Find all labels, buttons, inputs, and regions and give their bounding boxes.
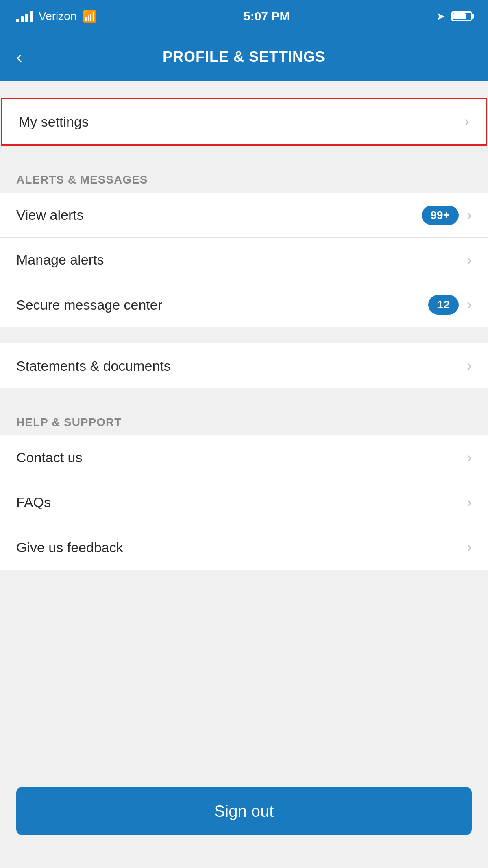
contact-us-label: Contact us: [16, 450, 83, 466]
back-button[interactable]: ‹: [16, 47, 22, 67]
give-feedback-label: Give us feedback: [16, 540, 123, 555]
view-alerts-chevron-icon: ›: [467, 207, 472, 224]
sign-out-button[interactable]: Sign out: [16, 787, 472, 835]
top-spacer: [0, 81, 488, 98]
faqs-item[interactable]: FAQs ›: [0, 480, 488, 525]
manage-alerts-chevron-icon: ›: [467, 251, 472, 269]
manage-alerts-right: ›: [467, 251, 472, 269]
secure-message-chevron-icon: ›: [467, 296, 472, 313]
secure-message-center-item[interactable]: Secure message center 12 ›: [0, 282, 488, 327]
view-alerts-item[interactable]: View alerts 99+ ›: [0, 193, 488, 238]
my-settings-label: My settings: [19, 114, 89, 130]
statements-documents-item[interactable]: Statements & documents ›: [0, 343, 488, 388]
status-time: 5:07 PM: [244, 9, 290, 23]
contact-us-chevron-icon: ›: [467, 449, 472, 466]
faqs-chevron-icon: ›: [467, 494, 472, 511]
page-title: PROFILE & SETTINGS: [163, 48, 325, 66]
give-feedback-chevron-icon: ›: [467, 539, 472, 556]
statements-right: ›: [467, 357, 472, 374]
alerts-messages-section: View alerts 99+ › Manage alerts › Secure…: [0, 193, 488, 327]
secure-message-center-right: 12 ›: [428, 295, 472, 315]
nav-header: ‹ PROFILE & SETTINGS: [0, 33, 488, 81]
location-icon: ➤: [436, 10, 445, 23]
sign-out-container: Sign out: [0, 762, 488, 868]
secure-message-center-label: Secure message center: [16, 297, 162, 313]
help-support-section: Contact us › FAQs › Give us feedback ›: [0, 435, 488, 570]
my-settings-right: ›: [464, 113, 469, 130]
contact-us-right: ›: [467, 449, 472, 466]
signal-bars-icon: [16, 11, 33, 22]
spacer-1: [0, 146, 488, 162]
my-settings-section: My settings ›: [1, 98, 487, 146]
my-settings-chevron-icon: ›: [464, 113, 469, 130]
wifi-icon: 📶: [83, 10, 97, 23]
secure-message-badge: 12: [428, 295, 459, 315]
back-chevron-icon: ‹: [16, 47, 22, 67]
carrier-label: Verizon: [39, 10, 76, 23]
status-bar: Verizon 📶 5:07 PM ➤: [0, 0, 488, 33]
status-bar-right: ➤: [436, 10, 472, 23]
give-feedback-right: ›: [467, 539, 472, 556]
faqs-label: FAQs: [16, 494, 51, 510]
spacer-2: [0, 327, 488, 343]
view-alerts-label: View alerts: [16, 207, 84, 223]
battery-icon: [451, 11, 472, 21]
give-feedback-item[interactable]: Give us feedback ›: [0, 525, 488, 570]
view-alerts-right: 99+ ›: [422, 206, 472, 225]
manage-alerts-item[interactable]: Manage alerts ›: [0, 238, 488, 282]
view-alerts-badge: 99+: [422, 206, 459, 225]
spacer-3: [0, 388, 488, 404]
statements-section: Statements & documents ›: [0, 343, 488, 388]
help-support-header: HELP & SUPPORT: [0, 404, 488, 435]
status-bar-left: Verizon 📶: [16, 10, 97, 23]
my-settings-item[interactable]: My settings ›: [2, 99, 486, 144]
faqs-right: ›: [467, 494, 472, 511]
statements-chevron-icon: ›: [467, 357, 472, 374]
statements-documents-label: Statements & documents: [16, 358, 171, 374]
manage-alerts-label: Manage alerts: [16, 252, 104, 268]
content-area: My settings › ALERTS & MESSAGES View ale…: [0, 81, 488, 868]
contact-us-item[interactable]: Contact us ›: [0, 435, 488, 480]
alerts-messages-header: ALERTS & MESSAGES: [0, 162, 488, 193]
